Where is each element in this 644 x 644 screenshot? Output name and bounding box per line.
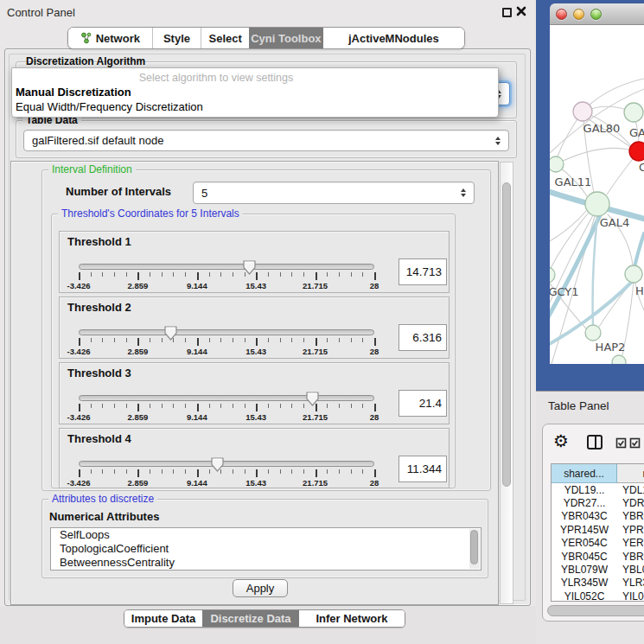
- network-node[interactable]: [612, 355, 626, 364]
- horizontal-scrollbar-thumb[interactable]: [547, 605, 644, 616]
- vertical-scrollbar[interactable]: [500, 162, 513, 604]
- network-edge[interactable]: [550, 211, 586, 241]
- attribute-item-betweennesscentrality[interactable]: BetweennessCentrality: [51, 556, 481, 570]
- network-node-gcy1[interactable]: [550, 267, 555, 283]
- column-header-shared-name[interactable]: shared...: [552, 464, 617, 483]
- slider-tick: [291, 469, 292, 474]
- slider-tick: [91, 404, 92, 408]
- network-canvas[interactable]: GAL80GALCGAL11GAL4GCY1HHAP2: [550, 25, 644, 364]
- table-data-group: Table Data galFiltered.sif default node: [16, 120, 517, 158]
- slider-tick: [197, 338, 199, 346]
- gear-icon[interactable]: ⚙: [553, 430, 569, 452]
- network-edge[interactable]: [590, 79, 644, 105]
- cell-shared-name: YBR043C: [552, 510, 617, 522]
- table-row[interactable]: YBR043CYBR043C: [552, 510, 644, 523]
- slider-tick: [162, 404, 163, 408]
- close-icon[interactable]: [516, 6, 526, 16]
- network-node-gal80[interactable]: [573, 102, 592, 121]
- network-window-titlebar[interactable]: [550, 3, 644, 25]
- attribute-item-topologicalcoefficient[interactable]: TopologicalCoefficient: [51, 542, 481, 556]
- network-node-gal4[interactable]: [585, 192, 609, 216]
- network-edge[interactable]: [556, 148, 629, 164]
- bottom-tab-discretize-data[interactable]: Discretize Data: [202, 610, 299, 627]
- slider-tick: [256, 338, 258, 346]
- slider-track[interactable]: [79, 395, 374, 401]
- slider-track[interactable]: [79, 461, 374, 467]
- list-scrollbar[interactable]: [469, 529, 480, 569]
- num-intervals-combobox[interactable]: 5: [193, 182, 475, 204]
- slider-tick: [102, 338, 103, 342]
- table-row[interactable]: YER054CYER054C: [552, 537, 644, 550]
- column-header-name[interactable]: name: [617, 464, 644, 483]
- slider-thumb[interactable]: [211, 457, 224, 472]
- slider-tick: [351, 272, 352, 277]
- checkbox-icon[interactable]: [629, 437, 641, 449]
- network-node-h[interactable]: [625, 265, 642, 283]
- slider-tick: [150, 338, 150, 342]
- slider-tick: [327, 469, 328, 474]
- tab-jactivemnodules[interactable]: jActiveMNodules: [323, 28, 464, 48]
- table-row[interactable]: YBR045CYBR045C: [552, 550, 644, 563]
- table-rows: YDL19...YDL19...YDR27...YDR27...YBR043CY…: [552, 483, 644, 602]
- tab-style[interactable]: Style: [152, 28, 201, 48]
- cell-shared-name: YDR27...: [552, 497, 617, 509]
- network-node-hap2[interactable]: [585, 325, 601, 341]
- threshold-value-field[interactable]: 14.713: [399, 258, 447, 285]
- float-window-icon[interactable]: [502, 8, 512, 17]
- node-label-c: C: [639, 161, 644, 174]
- tab-cyni-toolbox[interactable]: Cyni Toolbox: [249, 28, 323, 48]
- slider-tick: [126, 404, 127, 408]
- threshold-value-field[interactable]: 11.344: [399, 456, 447, 482]
- tab-network[interactable]: Network: [68, 28, 152, 48]
- table-row[interactable]: YDL19...YDL19...: [552, 483, 644, 496]
- threshold-value-field[interactable]: 6.316: [399, 324, 447, 351]
- table-row[interactable]: YDR27...YDR27...: [552, 496, 644, 509]
- slider-track[interactable]: [79, 264, 374, 270]
- slider-tick: [173, 272, 174, 277]
- threshold-value-field[interactable]: 21.4: [399, 390, 447, 417]
- slider-tick: [256, 272, 258, 280]
- slider-tick: [185, 338, 186, 342]
- slider-thumb[interactable]: [243, 260, 256, 275]
- algorithm-option-equal-width-frequency-discretization[interactable]: Equal Width/Frequency Discretization: [16, 100, 203, 113]
- slider-tick: [102, 469, 103, 474]
- node-table: shared... name YDL19...YDL19...YDR27...Y…: [551, 463, 644, 602]
- split-columns-icon[interactable]: [587, 435, 603, 450]
- network-node-gal[interactable]: [624, 103, 643, 122]
- tab-select[interactable]: Select: [201, 28, 249, 48]
- mac-zoom-button[interactable]: [590, 9, 602, 20]
- slider-tick-label: 28: [355, 412, 393, 422]
- bottom-tab-infer-network[interactable]: Infer Network: [299, 610, 405, 627]
- slider-track[interactable]: [79, 329, 374, 335]
- attributes-list[interactable]: SelfLoopsTopologicalCoefficientBetweenne…: [50, 527, 481, 571]
- scrollbar-thumb[interactable]: [502, 182, 511, 487]
- slider-thumb[interactable]: [306, 392, 319, 406]
- table-row[interactable]: YBL079WYBL079W: [552, 563, 644, 576]
- slider-tick: [209, 469, 210, 474]
- network-node-c[interactable]: [629, 142, 644, 161]
- scrollbar-thumb[interactable]: [470, 530, 478, 564]
- slider-tick-label: 2.859: [118, 412, 156, 422]
- slider-thumb[interactable]: [164, 326, 177, 341]
- attribute-item-selfloops[interactable]: SelfLoops: [51, 528, 481, 542]
- table-row[interactable]: YLR345WYLR345W: [552, 577, 644, 590]
- app-root: Control Panel NetworkStyleSelectCyni Too…: [0, 0, 644, 644]
- threshold-panel-3: Threshold 3-3.4262.8599.14415.4321.71528…: [59, 362, 450, 424]
- algorithm-option-manual-discretization[interactable]: Manual Discretization: [16, 86, 131, 99]
- table-row[interactable]: YPR145WYPR145W: [552, 523, 644, 536]
- bottom-tab-impute-data[interactable]: Impute Data: [124, 610, 202, 627]
- checkbox-icon[interactable]: [615, 437, 627, 449]
- slider-tick-label: 9.144: [178, 347, 216, 356]
- network-edge[interactable]: [634, 233, 644, 267]
- mac-close-button[interactable]: [556, 9, 567, 20]
- tab-label: jActiveMNodules: [348, 32, 439, 45]
- slider-tick: [280, 272, 281, 277]
- table-data-combobox[interactable]: galFiltered.sif default node: [23, 130, 509, 151]
- slider-tick: [162, 272, 163, 277]
- cell-name: YLR345W: [617, 577, 644, 589]
- network-node-gal11[interactable]: [550, 156, 564, 172]
- table-row[interactable]: YIL052CYIL052C: [552, 590, 644, 602]
- mac-minimize-button[interactable]: [573, 9, 584, 20]
- apply-button[interactable]: Apply: [233, 579, 288, 597]
- network-edge[interactable]: [550, 213, 589, 275]
